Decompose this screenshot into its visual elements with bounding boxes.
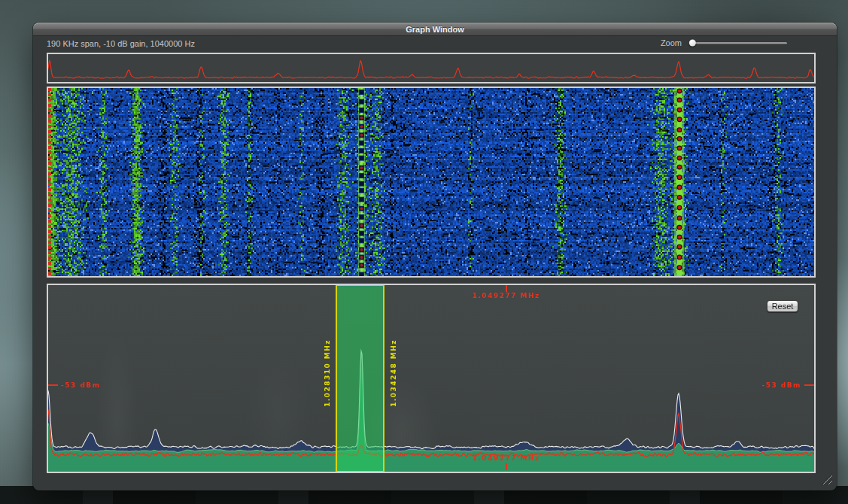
graph-window: Graph Window 190 KHz span, -10 dB gain, … [33,23,837,490]
status-text: 190 KHz span, -10 dB gain, 1040000 Hz [47,39,195,48]
frequency-marker-top: 1.049277 MHz [473,292,540,299]
power-level-label-left: -53 dBm [48,381,101,389]
selection-end-frequency-label: 1.034248 MHz [390,339,397,406]
marker-tick-top [506,285,507,292]
waterfall-canvas[interactable] [48,88,814,276]
level-tick-icon [48,384,58,386]
window-title: Graph Window [406,25,464,34]
power-level-text-right: -53 dBm [761,381,801,389]
waterfall-panel[interactable] [47,87,816,278]
selection-start-frequency-label: 1.028310 MHz [324,339,331,406]
resize-grip-icon[interactable] [821,473,832,484]
power-level-label-right: -53 dBm [761,381,814,389]
spectrum-canvas[interactable] [48,285,814,472]
zoom-label: Zoom [661,38,682,47]
overview-spectrum-canvas[interactable] [48,54,814,82]
frequency-marker-bottom: 1.049277 MHz [473,454,540,462]
overview-spectrum-panel[interactable] [47,53,816,83]
zoom-control: Zoom [661,38,787,47]
power-level-text-left: -53 dBm [61,381,101,389]
frequency-selection-region[interactable] [336,285,384,472]
window-titlebar[interactable]: Graph Window [33,23,837,36]
marker-tick-bottom [506,463,507,470]
zoom-slider-track[interactable] [689,42,787,44]
zoom-slider-knob[interactable] [688,40,695,47]
level-tick-icon [804,384,814,386]
reset-button[interactable]: Reset [767,300,798,312]
spectrum-panel[interactable]: 1.028310 MHz 1.034248 MHz 1.049277 MHz 1… [47,284,816,473]
